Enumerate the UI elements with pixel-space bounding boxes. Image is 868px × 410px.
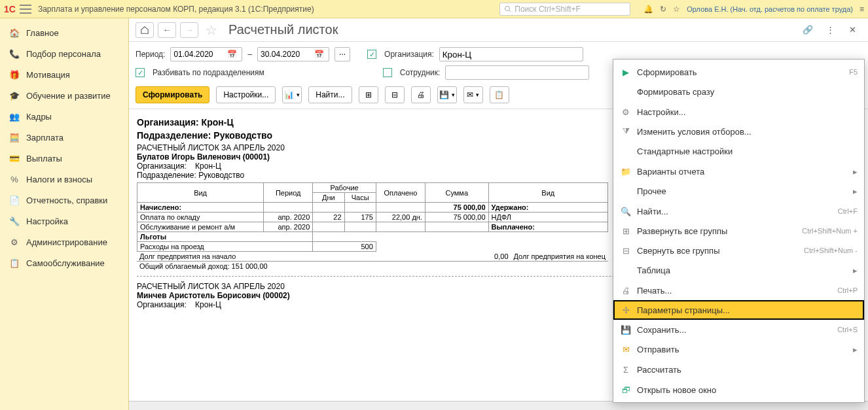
menu-item-label: Формировать сразу [637,87,858,97]
org-input[interactable] [439,47,583,61]
sidebar-item-Налоги и взносы[interactable]: %Налоги и взносы [0,169,128,190]
mail-button[interactable]: ✉▾ [463,86,483,103]
print-button[interactable]: 🖨 [411,86,431,103]
menu-item-Сохранить...[interactable]: 💾Сохранить...Ctrl+S [613,320,864,339]
menu-item-Развернуть все группы[interactable]: ⊞Развернуть все группыCtrl+Shift+Num + [613,221,864,241]
period-ellipsis-button[interactable]: ... [335,47,350,61]
people-icon: 👥 [8,112,21,122]
menu-shortcut: Ctrl+F [838,207,858,215]
menu-item-Формировать сразу[interactable]: Формировать сразу [613,82,864,101]
menu-item-label: Стандартные настройки [637,146,858,156]
save-icon: 💾 [619,325,633,335]
menu-item-Таблица[interactable]: Таблица▸ [613,260,864,280]
search-input[interactable]: Поиск Ctrl+Shift+F [499,3,630,16]
chevron-right-icon: ▸ [853,265,858,275]
menu-item-Печать...[interactable]: 🖨Печать...Ctrl+P [613,281,864,300]
variants-icon: 📁 [619,167,633,177]
org-checkbox[interactable] [367,50,376,59]
copy-icon: 📄 [8,196,21,205]
employee-checkbox[interactable] [383,68,392,77]
menu-item-Изменить условия отборов...[interactable]: ⧩Изменить условия отборов... [613,122,864,141]
period-label: Период: [136,50,165,59]
menu-item-Параметры страницы...[interactable]: ✢Параметры страницы... [613,300,864,320]
calendar-icon[interactable]: 📅 [314,50,326,59]
menu-item-Стандартные настройки[interactable]: Стандартные настройки [613,141,864,161]
svg-line-1 [509,10,511,12]
period-to-input[interactable]: 30.04.2020📅 [257,47,329,61]
collapse-icon: ⊟ [619,246,633,256]
app-title: Зарплата и управление персоналом КОРП, р… [38,5,314,14]
menu-item-label: Рассчитать [637,365,858,375]
save-button[interactable]: 💾▾ [437,86,457,103]
expand-groups-button[interactable]: ⊞ [359,86,378,103]
menu-item-Отправить[interactable]: ✉Отправить▸ [613,339,864,359]
sidebar-item-label: Настройка [26,216,68,226]
form-button[interactable]: Сформировать [136,86,209,103]
user-label[interactable]: Орлова Е.Н. (Нач. отд. расчетов по оплат… [687,5,853,13]
favorite-button[interactable]: ☆ [202,22,221,38]
sidebar-item-Отчетность, справки[interactable]: 📄Отчетность, справки [0,190,128,211]
menu-item-Сформировать[interactable]: ▶СформироватьF5 [613,62,864,82]
sidebar-item-Мотивация[interactable]: 🎁Мотивация [0,64,128,85]
menu-shortcut: Ctrl+P [837,286,858,294]
bell-icon[interactable]: 🔔 [643,5,653,14]
print-icon: 🖨 [619,286,633,296]
menu-item-label: Таблица [637,265,853,275]
back-button[interactable]: ← [158,22,176,38]
search-icon: 🔍 [619,207,633,216]
menu-item-Настройки...[interactable]: ⚙Настройки... [613,102,864,122]
menu-icon[interactable] [20,5,31,14]
sidebar-item-label: Зарплата [26,133,63,143]
close-icon[interactable]: ✕ [843,22,861,38]
settings-button[interactable]: Настройки... [216,86,276,103]
more-icon[interactable]: ⋮ [821,22,839,38]
menu-item-label: Печать... [637,286,837,296]
menu-item-label: Прочее [637,186,853,196]
mail-icon: ✉ [619,345,633,354]
gear-icon: ⚙ [8,237,21,247]
menu-item-Свернуть все группы[interactable]: ⊟Свернуть все группыCtrl+Shift+Num - [613,241,864,260]
collapse-groups-button[interactable]: ⊟ [385,86,405,103]
menu-item-label: Сформировать [637,67,849,77]
menu-item-Открыть новое окно[interactable]: 🗗Открыть новое окно [613,380,864,400]
link-icon[interactable]: 🔗 [799,22,817,38]
sidebar-item-label: Главное [26,28,59,38]
dropdown-icon[interactable]: ≡ [859,5,864,14]
calendar-icon[interactable]: 📅 [227,50,239,59]
menu-item-label: Сохранить... [637,325,837,335]
menu-item-Варианты отчета[interactable]: 📁Варианты отчета▸ [613,162,864,181]
menu-item-label: Параметры страницы... [637,305,858,315]
find-button[interactable]: Найти... [308,86,352,103]
sidebar-item-Главное[interactable]: 🏠Главное [0,22,128,43]
sidebar-item-Выплаты[interactable]: 💳Выплаты [0,148,128,169]
star-icon[interactable]: ☆ [673,5,680,14]
menu-item-Найти...[interactable]: 🔍Найти...Ctrl+F [613,201,864,221]
menu-item-Прочее[interactable]: Прочее▸ [613,181,864,201]
split-checkbox[interactable] [136,68,145,77]
sidebar-item-Подбор персонала[interactable]: 📞Подбор персонала [0,43,128,64]
sidebar-item-label: Подбор персонала [26,49,101,59]
home-button[interactable] [136,22,154,38]
employee-input[interactable] [445,65,589,80]
sidebar-item-Администрирование[interactable]: ⚙Администрирование [0,231,128,252]
context-menu: ▶СформироватьF5Формировать сразу⚙Настрой… [613,59,865,403]
sigma-icon: Σ [619,365,633,375]
menu-item-Рассчитать[interactable]: ΣРассчитать [613,360,864,379]
funnel-icon: ⧩ [619,126,633,137]
copy-button[interactable]: 📋 [490,86,509,103]
sidebar-item-Самообслуживание[interactable]: 📋Самообслуживание [0,252,128,273]
forward-button[interactable]: → [180,22,198,38]
table-row: Оплата по окладу апр. 2020 22 175 22,00 … [137,213,608,222]
calc-icon: 🧮 [8,133,21,143]
page-header: ← → ☆ Расчетный листок 🔗 ⋮ ✕ [129,18,868,42]
period-from-input[interactable]: 01.04.2020📅 [170,47,242,61]
history-icon[interactable]: ↻ [660,5,666,14]
sidebar-item-Обучение и развитие[interactable]: 🎓Обучение и развитие [0,85,128,106]
sidebar-item-Настройка[interactable]: 🔧Настройка [0,211,128,231]
page-icon: ✢ [619,305,633,315]
sidebar-item-Зарплата[interactable]: 🧮Зарплата [0,127,128,148]
search-icon [504,5,512,13]
graduation-icon: 🎓 [8,91,21,101]
sidebar-item-Кадры[interactable]: 👥Кадры [0,106,128,127]
chart-button[interactable]: 📊▾ [282,86,302,103]
